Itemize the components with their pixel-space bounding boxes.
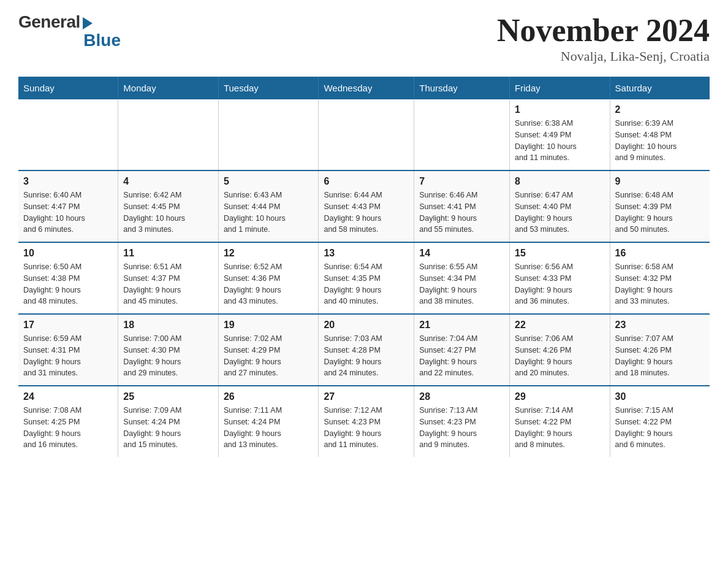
day-info: Sunrise: 7:14 AM Sunset: 4:22 PM Dayligh… <box>515 405 605 451</box>
calendar-cell: 18Sunrise: 7:00 AM Sunset: 4:30 PM Dayli… <box>118 314 219 386</box>
weekday-header-friday: Friday <box>510 77 610 99</box>
calendar-cell: 17Sunrise: 6:59 AM Sunset: 4:31 PM Dayli… <box>18 314 118 386</box>
day-number: 28 <box>419 391 504 402</box>
calendar-cell: 1Sunrise: 6:38 AM Sunset: 4:49 PM Daylig… <box>510 99 610 170</box>
day-number: 20 <box>324 320 409 331</box>
calendar-cell: 2Sunrise: 6:39 AM Sunset: 4:48 PM Daylig… <box>610 99 710 170</box>
calendar-row: 10Sunrise: 6:50 AM Sunset: 4:38 PM Dayli… <box>18 242 710 314</box>
calendar-cell: 29Sunrise: 7:14 AM Sunset: 4:22 PM Dayli… <box>510 386 610 457</box>
day-info: Sunrise: 7:09 AM Sunset: 4:24 PM Dayligh… <box>123 405 213 451</box>
calendar-cell: 14Sunrise: 6:55 AM Sunset: 4:34 PM Dayli… <box>414 242 510 314</box>
day-number: 4 <box>123 176 213 187</box>
calendar-cell: 20Sunrise: 7:03 AM Sunset: 4:28 PM Dayli… <box>319 314 414 386</box>
logo-blue-text: Blue <box>83 31 121 50</box>
day-info: Sunrise: 6:43 AM Sunset: 4:44 PM Dayligh… <box>224 190 314 236</box>
day-number: 17 <box>23 320 113 331</box>
calendar-cell: 30Sunrise: 7:15 AM Sunset: 4:22 PM Dayli… <box>610 386 710 457</box>
calendar-cell: 19Sunrise: 7:02 AM Sunset: 4:29 PM Dayli… <box>218 314 319 386</box>
calendar-cell: 3Sunrise: 6:40 AM Sunset: 4:47 PM Daylig… <box>18 170 118 242</box>
day-info: Sunrise: 7:12 AM Sunset: 4:23 PM Dayligh… <box>324 405 409 451</box>
weekday-header-monday: Monday <box>118 77 219 99</box>
calendar-cell <box>118 99 219 170</box>
calendar-cell: 21Sunrise: 7:04 AM Sunset: 4:27 PM Dayli… <box>414 314 510 386</box>
calendar-row: 17Sunrise: 6:59 AM Sunset: 4:31 PM Dayli… <box>18 314 710 386</box>
calendar-cell: 13Sunrise: 6:54 AM Sunset: 4:35 PM Dayli… <box>319 242 414 314</box>
day-info: Sunrise: 6:59 AM Sunset: 4:31 PM Dayligh… <box>23 333 113 379</box>
weekday-header-wednesday: Wednesday <box>319 77 414 99</box>
day-info: Sunrise: 6:50 AM Sunset: 4:38 PM Dayligh… <box>23 261 113 307</box>
day-number: 21 <box>419 320 504 331</box>
day-info: Sunrise: 6:44 AM Sunset: 4:43 PM Dayligh… <box>324 190 409 236</box>
calendar-row: 24Sunrise: 7:08 AM Sunset: 4:25 PM Dayli… <box>18 386 710 457</box>
calendar-subtitle: Novalja, Lika-Senj, Croatia <box>497 48 710 64</box>
day-info: Sunrise: 7:04 AM Sunset: 4:27 PM Dayligh… <box>419 333 504 379</box>
day-number: 7 <box>419 176 504 187</box>
calendar-cell: 15Sunrise: 6:56 AM Sunset: 4:33 PM Dayli… <box>510 242 610 314</box>
day-number: 30 <box>615 391 705 402</box>
calendar-cell: 28Sunrise: 7:13 AM Sunset: 4:23 PM Dayli… <box>414 386 510 457</box>
calendar-cell <box>218 99 319 170</box>
day-info: Sunrise: 7:11 AM Sunset: 4:24 PM Dayligh… <box>224 405 314 451</box>
day-info: Sunrise: 6:42 AM Sunset: 4:45 PM Dayligh… <box>123 190 213 236</box>
day-info: Sunrise: 6:52 AM Sunset: 4:36 PM Dayligh… <box>224 261 314 307</box>
weekday-header-tuesday: Tuesday <box>218 77 319 99</box>
page-header: General General Blue November 2024 Noval… <box>18 12 710 64</box>
calendar-cell: 25Sunrise: 7:09 AM Sunset: 4:24 PM Dayli… <box>118 386 219 457</box>
calendar-cell: 12Sunrise: 6:52 AM Sunset: 4:36 PM Dayli… <box>218 242 319 314</box>
day-info: Sunrise: 6:40 AM Sunset: 4:47 PM Dayligh… <box>23 190 113 236</box>
calendar-cell: 22Sunrise: 7:06 AM Sunset: 4:26 PM Dayli… <box>510 314 610 386</box>
day-number: 5 <box>224 176 314 187</box>
day-number: 2 <box>615 104 705 115</box>
day-info: Sunrise: 6:51 AM Sunset: 4:37 PM Dayligh… <box>123 261 213 307</box>
day-number: 14 <box>419 248 504 259</box>
day-info: Sunrise: 7:08 AM Sunset: 4:25 PM Dayligh… <box>23 405 113 451</box>
title-block: November 2024 Novalja, Lika-Senj, Croati… <box>497 12 710 64</box>
day-number: 1 <box>515 104 605 115</box>
day-number: 22 <box>515 320 605 331</box>
logo-general-text: General <box>18 12 80 32</box>
calendar-cell: 7Sunrise: 6:46 AM Sunset: 4:41 PM Daylig… <box>414 170 510 242</box>
calendar-row: 1Sunrise: 6:38 AM Sunset: 4:49 PM Daylig… <box>18 99 710 170</box>
calendar-cell <box>414 99 510 170</box>
day-info: Sunrise: 7:00 AM Sunset: 4:30 PM Dayligh… <box>123 333 213 379</box>
calendar-cell: 11Sunrise: 6:51 AM Sunset: 4:37 PM Dayli… <box>118 242 219 314</box>
calendar-cell: 10Sunrise: 6:50 AM Sunset: 4:38 PM Dayli… <box>18 242 118 314</box>
weekday-header-row: SundayMondayTuesdayWednesdayThursdayFrid… <box>18 77 710 99</box>
day-number: 13 <box>324 248 409 259</box>
calendar-cell: 26Sunrise: 7:11 AM Sunset: 4:24 PM Dayli… <box>218 386 319 457</box>
day-info: Sunrise: 6:54 AM Sunset: 4:35 PM Dayligh… <box>324 261 409 307</box>
day-number: 15 <box>515 248 605 259</box>
day-info: Sunrise: 6:39 AM Sunset: 4:48 PM Dayligh… <box>615 118 705 164</box>
calendar-cell <box>18 99 118 170</box>
day-info: Sunrise: 7:03 AM Sunset: 4:28 PM Dayligh… <box>324 333 409 379</box>
calendar-cell: 8Sunrise: 6:47 AM Sunset: 4:40 PM Daylig… <box>510 170 610 242</box>
day-number: 16 <box>615 248 705 259</box>
day-info: Sunrise: 7:06 AM Sunset: 4:26 PM Dayligh… <box>515 333 605 379</box>
calendar-cell: 5Sunrise: 6:43 AM Sunset: 4:44 PM Daylig… <box>218 170 319 242</box>
calendar-cell: 24Sunrise: 7:08 AM Sunset: 4:25 PM Dayli… <box>18 386 118 457</box>
calendar-cell: 23Sunrise: 7:07 AM Sunset: 4:26 PM Dayli… <box>610 314 710 386</box>
calendar-cell: 6Sunrise: 6:44 AM Sunset: 4:43 PM Daylig… <box>319 170 414 242</box>
calendar-row: 3Sunrise: 6:40 AM Sunset: 4:47 PM Daylig… <box>18 170 710 242</box>
day-number: 19 <box>224 320 314 331</box>
day-info: Sunrise: 7:15 AM Sunset: 4:22 PM Dayligh… <box>615 405 705 451</box>
day-info: Sunrise: 6:38 AM Sunset: 4:49 PM Dayligh… <box>515 118 605 164</box>
day-info: Sunrise: 6:47 AM Sunset: 4:40 PM Dayligh… <box>515 190 605 236</box>
day-info: Sunrise: 6:48 AM Sunset: 4:39 PM Dayligh… <box>615 190 705 236</box>
day-number: 3 <box>23 176 113 187</box>
day-info: Sunrise: 7:02 AM Sunset: 4:29 PM Dayligh… <box>224 333 314 379</box>
day-number: 23 <box>615 320 705 331</box>
day-number: 10 <box>23 248 113 259</box>
day-number: 26 <box>224 391 314 402</box>
day-number: 6 <box>324 176 409 187</box>
day-number: 27 <box>324 391 409 402</box>
calendar-cell: 27Sunrise: 7:12 AM Sunset: 4:23 PM Dayli… <box>319 386 414 457</box>
weekday-header-sunday: Sunday <box>18 77 118 99</box>
calendar-cell: 9Sunrise: 6:48 AM Sunset: 4:39 PM Daylig… <box>610 170 710 242</box>
weekday-header-thursday: Thursday <box>414 77 510 99</box>
calendar-cell <box>319 99 414 170</box>
day-info: Sunrise: 6:46 AM Sunset: 4:41 PM Dayligh… <box>419 190 504 236</box>
weekday-header-saturday: Saturday <box>610 77 710 99</box>
calendar-cell: 16Sunrise: 6:58 AM Sunset: 4:32 PM Dayli… <box>610 242 710 314</box>
calendar-title: November 2024 <box>497 12 710 48</box>
